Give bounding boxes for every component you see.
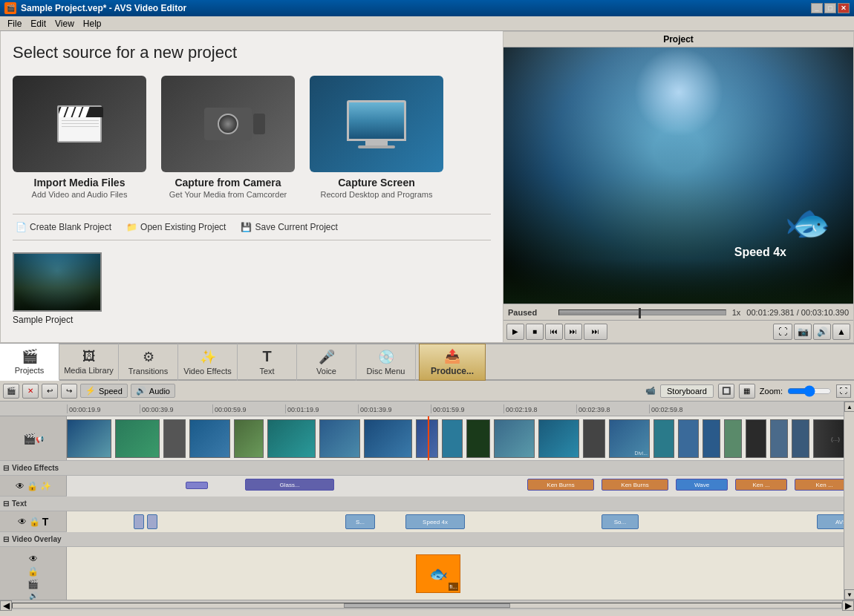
video-clip-4[interactable] xyxy=(189,419,230,458)
progress-bar[interactable] xyxy=(558,309,726,315)
effect-blue-bar[interactable] xyxy=(186,482,208,489)
audio-button[interactable]: 🔊 xyxy=(813,324,831,340)
video-effects-track-content[interactable]: Glass... Ken Burns Ken Burns Wave Ken ..… xyxy=(67,476,844,497)
zoom-slider[interactable] xyxy=(787,387,832,396)
overlay-lock-icon[interactable]: 🔒 xyxy=(27,566,39,577)
video-clip-23[interactable]: (...) xyxy=(813,419,844,458)
video-clip-19[interactable] xyxy=(724,419,742,458)
scroll-down-btn[interactable]: ▼ xyxy=(844,589,854,600)
menu-edit[interactable]: Edit xyxy=(26,17,50,30)
text-block-speed[interactable]: Speed 4x xyxy=(405,514,465,529)
video-clip-22[interactable] xyxy=(792,419,809,458)
timeline-delete-btn[interactable]: ✕ xyxy=(22,384,39,399)
play-button[interactable]: ▶ xyxy=(506,324,524,340)
tab-media-library[interactable]: 🖼 Media Library xyxy=(59,344,119,381)
overlay-eye-icon[interactable]: 👁 xyxy=(29,554,38,564)
menu-file[interactable]: File xyxy=(3,17,26,30)
video-clip-18[interactable] xyxy=(703,419,720,458)
tab-video-effects[interactable]: ✨ Video Effects xyxy=(178,344,238,381)
prev-button[interactable]: ⏮ xyxy=(545,324,563,340)
video-clip-15[interactable]: Divi... xyxy=(609,419,650,458)
text-t-icon[interactable]: T xyxy=(42,516,49,528)
video-clip-6[interactable] xyxy=(267,419,316,458)
maximize-button[interactable]: □ xyxy=(824,3,836,13)
video-clip-13[interactable] xyxy=(538,419,579,458)
storyboard-btn[interactable]: Storyboard xyxy=(660,384,714,398)
video-effects-collapse[interactable]: ⊟ xyxy=(3,464,9,472)
scroll-thumb-track[interactable] xyxy=(12,603,842,609)
text-collapse[interactable]: ⊟ xyxy=(3,499,9,508)
text-block-so[interactable]: So... xyxy=(602,514,639,529)
tab-transitions[interactable]: ⚙ Transitions xyxy=(119,344,178,381)
effect-glass[interactable]: Glass... xyxy=(245,479,334,491)
snapshot-button[interactable]: 📷 xyxy=(794,324,812,340)
window-controls[interactable]: _ □ ✕ xyxy=(811,3,850,13)
scroll-thumb[interactable] xyxy=(344,603,509,608)
stop-button[interactable]: ■ xyxy=(526,324,544,340)
effect-wave[interactable]: Wave xyxy=(676,479,728,491)
redo-btn[interactable]: ↪ xyxy=(61,384,77,399)
fullscreen-button[interactable]: ⛶ xyxy=(773,324,792,340)
fx-icon[interactable]: ✨ xyxy=(40,481,51,491)
tab-projects[interactable]: 🎬 Projects xyxy=(0,344,59,381)
next-button[interactable]: ⏭ xyxy=(564,324,582,340)
video-clip-10[interactable] xyxy=(442,419,463,458)
save-current-project[interactable]: 💾 Save Current Project xyxy=(238,220,340,234)
video-overlay-track-content[interactable]: 🐟 fi... xyxy=(67,547,844,600)
text-eye-icon[interactable]: 👁 xyxy=(18,517,27,527)
video-clip-11[interactable] xyxy=(466,419,490,458)
menu-view[interactable]: View xyxy=(50,17,79,30)
video-clip-3[interactable] xyxy=(163,419,186,458)
text-block-avs[interactable]: AVS Vide... xyxy=(817,514,844,529)
video-clip-21[interactable] xyxy=(770,419,788,458)
video-clip-14[interactable] xyxy=(583,419,605,458)
overlay-collapse[interactable]: ⊟ xyxy=(3,535,9,543)
source-option-import[interactable]: Import Media Files Add Video and Audio F… xyxy=(13,76,146,199)
overlay-film-icon[interactable]: 🎬 xyxy=(27,579,39,589)
timeline-mode-btn[interactable]: 🎬 xyxy=(3,384,19,399)
video-clip-5[interactable] xyxy=(234,419,264,458)
source-option-camera[interactable]: Capture from Camera Get Your Media from … xyxy=(161,76,295,199)
scroll-up-btn[interactable]: ▲ xyxy=(844,402,854,412)
video-clip-20[interactable] xyxy=(746,419,766,458)
scroll-right-btn[interactable]: ▶ xyxy=(842,600,854,611)
tab-produce[interactable]: 📤 Produce... xyxy=(419,344,486,381)
video-clip-12[interactable] xyxy=(494,419,535,458)
expand-arrow[interactable]: ▲ xyxy=(832,324,850,340)
view-toggle-btn[interactable]: 🔲 xyxy=(718,384,734,399)
text-lock-icon[interactable]: 🔒 xyxy=(29,517,40,527)
layout-btn[interactable]: ▦ xyxy=(739,384,755,399)
video-clip-1[interactable] xyxy=(67,419,111,458)
minimize-button[interactable]: _ xyxy=(811,3,823,13)
source-option-screen[interactable]: Capture Screen Record Desktop and Progra… xyxy=(310,76,443,199)
effect-ken-burns-2[interactable]: Ken Burns xyxy=(602,479,668,491)
create-blank-project[interactable]: 📄 Create Blank Project xyxy=(13,220,114,234)
effect-ken-4[interactable]: Ken ... xyxy=(795,479,844,491)
audio-segment[interactable]: 🔊 Audio xyxy=(131,384,175,398)
open-existing-project[interactable]: 📁 Open Existing Project xyxy=(123,220,229,234)
scroll-left-btn[interactable]: ◀ xyxy=(0,600,12,611)
video-clip-7[interactable] xyxy=(319,419,360,458)
frame-advance-button[interactable]: ⏭ xyxy=(584,324,607,340)
video-clip-8[interactable] xyxy=(364,419,412,458)
overlay-audio-icon[interactable]: 🔊 xyxy=(29,592,38,600)
video-clip-17[interactable] xyxy=(678,419,699,458)
text-block-s[interactable]: S... xyxy=(345,514,375,529)
speed-segment[interactable]: ⚡ Speed xyxy=(80,384,128,398)
tab-voice[interactable]: 🎤 Voice xyxy=(297,344,356,381)
overlay-fish-clip[interactable]: 🐟 fi... xyxy=(416,554,460,593)
video-clip-16[interactable] xyxy=(653,419,674,458)
horizontal-scrollbar[interactable]: ◀ ▶ xyxy=(0,600,854,610)
effect-ken-burns-1[interactable]: Ken Burns xyxy=(527,479,594,491)
tab-text[interactable]: T Text xyxy=(238,344,297,381)
lock-icon[interactable]: 🔒 xyxy=(27,481,38,491)
text-track-content[interactable]: Speed 4x S... So... AVS Vide... xyxy=(67,511,844,532)
eye-icon[interactable]: 👁 xyxy=(16,481,25,491)
text-block-1[interactable] xyxy=(134,514,144,529)
undo-btn[interactable]: ↩ xyxy=(42,384,58,399)
effect-ken-3[interactable]: Ken ... xyxy=(735,479,787,491)
video-clip-9[interactable] xyxy=(416,419,438,458)
menu-help[interactable]: Help xyxy=(79,17,106,30)
zoom-fit-btn[interactable]: ⛶ xyxy=(836,384,851,398)
timeline-vertical-scroll[interactable]: ▲ ▼ xyxy=(844,402,854,600)
